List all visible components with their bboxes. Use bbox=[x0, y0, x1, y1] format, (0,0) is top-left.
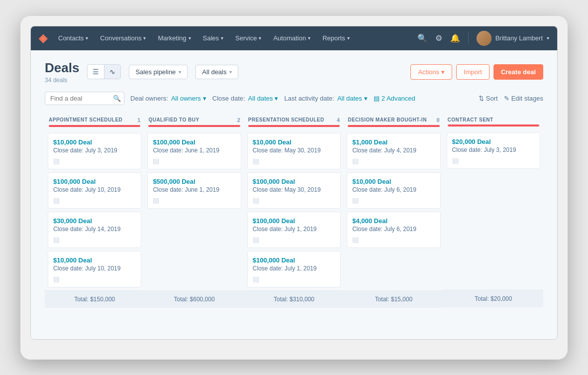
deal-amount: $100,000 Deal bbox=[153, 138, 235, 146]
nav-sales[interactable]: Sales ▾ bbox=[198, 26, 229, 50]
deal-details-icon: ▤ bbox=[53, 275, 136, 283]
deal-owners-filter: Deal owners: All owners ▾ bbox=[130, 95, 206, 102]
deal-card[interactable]: $1,000 DealClose date: July 4, 2019▤ bbox=[347, 133, 440, 169]
list-view-button[interactable]: ☰ bbox=[88, 65, 104, 79]
deal-details-icon: ▤ bbox=[352, 236, 435, 244]
deal-card[interactable]: $10,000 DealClose date: July 3, 2019▤ bbox=[48, 133, 141, 169]
deal-card[interactable]: $500,000 DealClose date: June 1, 2019▤ bbox=[147, 172, 241, 209]
kanban-col-contract-sent: CONTRACT SENT$20,000 DealClose date: Jul… bbox=[444, 113, 543, 308]
col-cards-presentation-scheduled: $10,000 DealClose date: May 30, 2019▤$10… bbox=[244, 131, 344, 290]
deal-card[interactable]: $10,000 DealClose date: May 30, 2019▤ bbox=[247, 133, 341, 169]
deal-amount: $100,000 Deal bbox=[253, 217, 335, 225]
search-icon[interactable]: 🔍 bbox=[417, 33, 427, 43]
deal-details-icon: ▤ bbox=[352, 196, 435, 204]
search-box[interactable]: 🔍 bbox=[45, 92, 124, 105]
deal-card[interactable]: $20,000 DealClose date: July 3, 2019▤ bbox=[447, 132, 540, 169]
deal-close-date: Close date: July 6, 2019 bbox=[352, 186, 435, 193]
filters-right: ⇅ Sort ✎ Edit stages bbox=[479, 95, 543, 102]
nav-marketing[interactable]: Marketing ▾ bbox=[153, 26, 196, 50]
deal-details-icon: ▤ bbox=[452, 156, 535, 164]
nav-conversations[interactable]: Conversations ▾ bbox=[95, 26, 151, 50]
col-cards-decision-maker-bought-in: $1,000 DealClose date: July 4, 2019▤$10,… bbox=[344, 131, 443, 290]
advanced-filter[interactable]: ▤ 2 Advanced bbox=[374, 95, 415, 102]
edit-icon: ✎ bbox=[504, 95, 509, 102]
automation-chevron-icon: ▾ bbox=[308, 35, 310, 41]
sales-chevron-icon: ▾ bbox=[221, 35, 223, 41]
deal-card[interactable]: $100,000 DealClose date: July 1, 2019▤ bbox=[247, 212, 341, 248]
notifications-icon[interactable]: 🔔 bbox=[450, 33, 460, 43]
pipeline-caret-icon: ▾ bbox=[179, 69, 181, 75]
deal-close-date: Close date: July 1, 2019 bbox=[253, 226, 335, 233]
deal-card[interactable]: $100,000 DealClose date: May 30, 2019▤ bbox=[247, 172, 341, 209]
deal-close-date: Close date: May 30, 2019 bbox=[253, 147, 335, 154]
col-count: 2 bbox=[237, 117, 240, 123]
close-date-dropdown[interactable]: All dates ▾ bbox=[248, 95, 279, 102]
nav-reports[interactable]: Reports ▾ bbox=[317, 26, 355, 50]
all-owners-dropdown[interactable]: All owners ▾ bbox=[171, 95, 206, 102]
kanban-col-qualified-to-buy: QUALIFIED TO BUY2$100,000 DealClose date… bbox=[144, 113, 244, 308]
deal-card[interactable]: $4,000 DealClose date: July 6, 2019▤ bbox=[347, 212, 440, 248]
col-title: DECISION MAKER BOUGHT-IN bbox=[348, 117, 433, 123]
deal-close-date: Close date: July 1, 2019 bbox=[253, 265, 335, 272]
create-deal-button[interactable]: Create deal bbox=[493, 64, 543, 80]
edit-stages-button[interactable]: ✎ Edit stages bbox=[504, 95, 543, 102]
page-header: Deals 34 deals ☰ ∿ Sales pipeline ▾ All … bbox=[45, 60, 543, 84]
col-total: Total: $150,000 bbox=[45, 290, 144, 308]
col-header-appointment-scheduled: APPOINTMENT SCHEDULED1 bbox=[45, 113, 144, 125]
deal-card[interactable]: $10,000 DealClose date: July 10, 2019▤ bbox=[48, 251, 141, 287]
deal-card[interactable]: $100,000 DealClose date: July 10, 2019▤ bbox=[48, 172, 141, 209]
user-menu[interactable]: Brittany Lambert ▾ bbox=[477, 31, 549, 46]
deal-details-icon: ▤ bbox=[253, 157, 335, 165]
service-chevron-icon: ▾ bbox=[259, 35, 261, 41]
deal-details-icon: ▤ bbox=[153, 196, 235, 204]
user-name: Brittany Lambert bbox=[495, 34, 543, 42]
col-total: Total: $20,000 bbox=[444, 290, 543, 307]
deal-card[interactable]: $100,000 DealClose date: June 1, 2019▤ bbox=[147, 133, 241, 169]
board-view-button[interactable]: ∿ bbox=[104, 65, 120, 79]
deal-amount: $20,000 Deal bbox=[452, 138, 535, 145]
deal-close-date: Close date: July 10, 2019 bbox=[53, 186, 136, 193]
avatar-image bbox=[477, 31, 491, 46]
hubspot-logo[interactable]: ◈ bbox=[39, 32, 47, 45]
deal-amount: $10,000 Deal bbox=[53, 138, 136, 146]
deal-close-date: Close date: July 3, 2019 bbox=[452, 146, 535, 153]
laptop-frame: ◈ Contacts ▾ Conversations ▾ Marketing ▾… bbox=[20, 16, 568, 360]
col-header-presentation-scheduled: PRESENTATION SCHEDULED4 bbox=[244, 113, 344, 125]
pipeline-dropdown[interactable]: Sales pipeline ▾ bbox=[129, 65, 188, 79]
deal-card[interactable]: $10,000 DealClose date: July 6, 2019▤ bbox=[347, 172, 440, 209]
col-count: 1 bbox=[137, 117, 140, 123]
filter-dropdown[interactable]: All deals ▾ bbox=[196, 65, 238, 79]
col-header-contract-sent: CONTRACT SENT bbox=[444, 113, 543, 125]
deal-details-icon: ▤ bbox=[53, 196, 136, 204]
deal-details-icon: ▤ bbox=[253, 275, 335, 283]
conversations-chevron-icon: ▾ bbox=[143, 35, 146, 41]
nav-contacts[interactable]: Contacts ▾ bbox=[53, 26, 93, 50]
kanban-col-appointment-scheduled: APPOINTMENT SCHEDULED1$10,000 DealClose … bbox=[45, 113, 144, 308]
deal-card[interactable]: $100,000 DealClose date: July 1, 2019▤ bbox=[247, 251, 341, 287]
import-button[interactable]: Import bbox=[456, 64, 490, 80]
deal-card[interactable]: $30,000 DealClose date: July 14, 2019▤ bbox=[48, 212, 141, 248]
kanban-col-decision-maker-bought-in: DECISION MAKER BOUGHT-IN0$1,000 DealClos… bbox=[344, 113, 443, 308]
filters-bar: 🔍 Deal owners: All owners ▾ Close date: … bbox=[45, 92, 543, 105]
col-total: Total: $600,000 bbox=[144, 290, 244, 308]
last-activity-dropdown[interactable]: All dates ▾ bbox=[337, 95, 368, 102]
user-chevron-icon: ▾ bbox=[547, 35, 549, 41]
owners-caret-icon: ▾ bbox=[203, 95, 206, 102]
col-total: Total: $15,000 bbox=[344, 290, 443, 308]
nav-automation[interactable]: Automation ▾ bbox=[268, 26, 315, 50]
page-title: Deals bbox=[45, 60, 79, 76]
deal-close-date: Close date: July 3, 2019 bbox=[53, 147, 136, 154]
nav-service[interactable]: Service ▾ bbox=[230, 26, 266, 50]
col-title: CONTRACT SENT bbox=[448, 117, 539, 123]
settings-icon[interactable]: ⚙ bbox=[435, 33, 442, 43]
actions-caret-icon: ▾ bbox=[441, 68, 445, 76]
col-cards-appointment-scheduled: $10,000 DealClose date: July 3, 2019▤$10… bbox=[45, 131, 144, 290]
search-input[interactable] bbox=[50, 95, 110, 102]
deal-details-icon: ▤ bbox=[253, 196, 335, 204]
deal-amount: $100,000 Deal bbox=[253, 178, 335, 185]
actions-button[interactable]: Actions ▾ bbox=[410, 64, 452, 80]
col-bar bbox=[448, 125, 539, 126]
close-date-caret-icon: ▾ bbox=[275, 95, 278, 102]
sort-button[interactable]: ⇅ Sort bbox=[479, 95, 498, 102]
col-total: Total: $310,000 bbox=[244, 290, 344, 308]
